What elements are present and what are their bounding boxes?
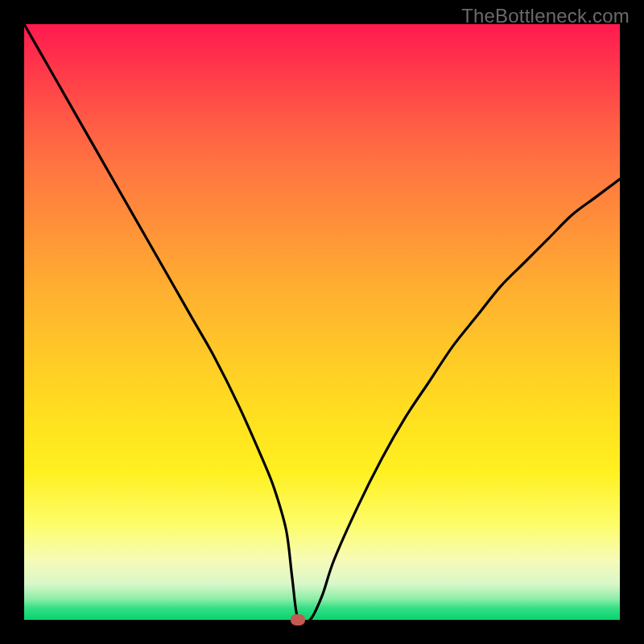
chart-frame: TheBottleneck.com <box>0 0 644 644</box>
bottleneck-curve <box>24 24 620 620</box>
plot-area <box>24 24 620 620</box>
minimum-marker <box>291 614 305 625</box>
